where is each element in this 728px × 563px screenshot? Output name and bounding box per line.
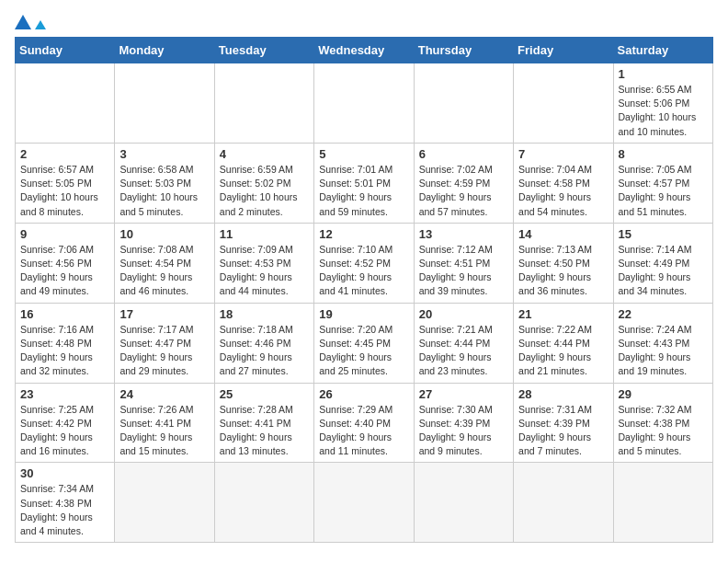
calendar-cell: 23Sunrise: 7:25 AM Sunset: 4:42 PM Dayli… xyxy=(16,383,115,463)
calendar-week-4: 16Sunrise: 7:16 AM Sunset: 4:48 PM Dayli… xyxy=(16,303,713,383)
calendar-cell: 13Sunrise: 7:12 AM Sunset: 4:51 PM Dayli… xyxy=(414,223,513,303)
logo-triangle-small xyxy=(35,20,46,29)
calendar-cell: 6Sunrise: 7:02 AM Sunset: 4:59 PM Daylig… xyxy=(414,143,513,223)
calendar-body: 1Sunrise: 6:55 AM Sunset: 5:06 PM Daylig… xyxy=(16,63,713,543)
day-info: Sunrise: 7:31 AM Sunset: 4:39 PM Dayligh… xyxy=(518,403,608,459)
day-number: 1 xyxy=(619,67,708,81)
day-info: Sunrise: 7:22 AM Sunset: 4:44 PM Dayligh… xyxy=(518,323,608,379)
day-number: 18 xyxy=(220,307,309,321)
calendar-week-3: 9Sunrise: 7:06 AM Sunset: 4:56 PM Daylig… xyxy=(16,223,713,303)
day-info: Sunrise: 7:01 AM Sunset: 5:01 PM Dayligh… xyxy=(319,163,408,219)
day-number: 24 xyxy=(119,387,209,401)
day-number: 28 xyxy=(518,387,608,401)
calendar-cell: 17Sunrise: 7:17 AM Sunset: 4:47 PM Dayli… xyxy=(115,303,214,383)
weekday-header-sunday: Sunday xyxy=(16,38,115,63)
calendar-cell xyxy=(414,463,513,543)
calendar-cell: 14Sunrise: 7:13 AM Sunset: 4:50 PM Dayli… xyxy=(514,223,613,303)
day-info: Sunrise: 7:13 AM Sunset: 4:50 PM Dayligh… xyxy=(518,243,608,299)
day-number: 21 xyxy=(518,307,608,321)
day-info: Sunrise: 7:26 AM Sunset: 4:41 PM Dayligh… xyxy=(119,403,209,459)
calendar-cell: 2Sunrise: 6:57 AM Sunset: 5:05 PM Daylig… xyxy=(16,143,115,223)
calendar-cell: 27Sunrise: 7:30 AM Sunset: 4:39 PM Dayli… xyxy=(414,383,513,463)
day-info: Sunrise: 6:59 AM Sunset: 5:02 PM Dayligh… xyxy=(220,163,309,219)
calendar-cell xyxy=(214,463,313,543)
weekday-header-friday: Friday xyxy=(514,38,613,63)
weekday-header-tuesday: Tuesday xyxy=(214,38,313,63)
calendar-cell xyxy=(613,463,712,543)
day-info: Sunrise: 7:12 AM Sunset: 4:51 PM Dayligh… xyxy=(419,243,508,299)
day-number: 16 xyxy=(20,307,109,321)
day-info: Sunrise: 7:04 AM Sunset: 4:58 PM Dayligh… xyxy=(518,163,608,219)
page-header xyxy=(15,15,713,29)
weekday-header-wednesday: Wednesday xyxy=(314,38,414,63)
calendar-table: SundayMondayTuesdayWednesdayThursdayFrid… xyxy=(15,37,713,543)
day-info: Sunrise: 6:58 AM Sunset: 5:03 PM Dayligh… xyxy=(119,163,209,219)
logo-icon xyxy=(15,15,46,29)
calendar-cell xyxy=(414,63,513,144)
day-number: 2 xyxy=(20,147,109,161)
day-number: 25 xyxy=(220,387,309,401)
day-number: 5 xyxy=(319,147,408,161)
day-number: 10 xyxy=(119,227,209,241)
day-info: Sunrise: 7:21 AM Sunset: 4:44 PM Dayligh… xyxy=(419,323,508,379)
day-number: 17 xyxy=(119,307,209,321)
calendar-cell: 28Sunrise: 7:31 AM Sunset: 4:39 PM Dayli… xyxy=(514,383,613,463)
calendar-cell: 1Sunrise: 6:55 AM Sunset: 5:06 PM Daylig… xyxy=(613,63,712,144)
calendar-week-5: 23Sunrise: 7:25 AM Sunset: 4:42 PM Dayli… xyxy=(16,383,713,463)
calendar-cell: 3Sunrise: 6:58 AM Sunset: 5:03 PM Daylig… xyxy=(115,143,214,223)
day-info: Sunrise: 7:34 AM Sunset: 4:38 PM Dayligh… xyxy=(20,482,109,538)
calendar-cell: 10Sunrise: 7:08 AM Sunset: 4:54 PM Dayli… xyxy=(115,223,214,303)
calendar-cell: 19Sunrise: 7:20 AM Sunset: 4:45 PM Dayli… xyxy=(314,303,414,383)
calendar-header: SundayMondayTuesdayWednesdayThursdayFrid… xyxy=(16,38,713,63)
day-number: 3 xyxy=(119,147,209,161)
calendar-cell: 20Sunrise: 7:21 AM Sunset: 4:44 PM Dayli… xyxy=(414,303,513,383)
calendar-cell: 18Sunrise: 7:18 AM Sunset: 4:46 PM Dayli… xyxy=(214,303,313,383)
day-info: Sunrise: 7:05 AM Sunset: 4:57 PM Dayligh… xyxy=(619,163,708,219)
day-info: Sunrise: 7:29 AM Sunset: 4:40 PM Dayligh… xyxy=(319,403,408,459)
calendar-cell: 15Sunrise: 7:14 AM Sunset: 4:49 PM Dayli… xyxy=(613,223,712,303)
day-info: Sunrise: 7:32 AM Sunset: 4:38 PM Dayligh… xyxy=(619,403,708,459)
day-number: 9 xyxy=(20,227,109,241)
day-info: Sunrise: 7:14 AM Sunset: 4:49 PM Dayligh… xyxy=(619,243,708,299)
day-info: Sunrise: 7:02 AM Sunset: 4:59 PM Dayligh… xyxy=(419,163,508,219)
day-number: 14 xyxy=(518,227,608,241)
logo-area xyxy=(15,15,46,29)
day-number: 15 xyxy=(619,227,708,241)
calendar-cell: 25Sunrise: 7:28 AM Sunset: 4:41 PM Dayli… xyxy=(214,383,313,463)
day-number: 12 xyxy=(319,227,408,241)
calendar-cell: 26Sunrise: 7:29 AM Sunset: 4:40 PM Dayli… xyxy=(314,383,414,463)
day-info: Sunrise: 7:08 AM Sunset: 4:54 PM Dayligh… xyxy=(119,243,209,299)
day-info: Sunrise: 7:20 AM Sunset: 4:45 PM Dayligh… xyxy=(319,323,408,379)
day-info: Sunrise: 7:09 AM Sunset: 4:53 PM Dayligh… xyxy=(220,243,309,299)
weekday-header-saturday: Saturday xyxy=(613,38,712,63)
day-info: Sunrise: 6:55 AM Sunset: 5:06 PM Dayligh… xyxy=(619,83,708,139)
calendar-cell: 4Sunrise: 6:59 AM Sunset: 5:02 PM Daylig… xyxy=(214,143,313,223)
day-number: 30 xyxy=(20,466,109,480)
day-number: 13 xyxy=(419,227,508,241)
weekday-header-thursday: Thursday xyxy=(414,38,513,63)
day-number: 4 xyxy=(220,147,309,161)
calendar-cell: 22Sunrise: 7:24 AM Sunset: 4:43 PM Dayli… xyxy=(613,303,712,383)
calendar-week-1: 1Sunrise: 6:55 AM Sunset: 5:06 PM Daylig… xyxy=(16,63,713,144)
calendar-cell xyxy=(514,63,613,144)
day-info: Sunrise: 7:16 AM Sunset: 4:48 PM Dayligh… xyxy=(20,323,109,379)
day-info: Sunrise: 7:25 AM Sunset: 4:42 PM Dayligh… xyxy=(20,403,109,459)
day-info: Sunrise: 7:24 AM Sunset: 4:43 PM Dayligh… xyxy=(619,323,708,379)
day-info: Sunrise: 7:06 AM Sunset: 4:56 PM Dayligh… xyxy=(20,243,109,299)
calendar-cell: 9Sunrise: 7:06 AM Sunset: 4:56 PM Daylig… xyxy=(16,223,115,303)
day-number: 7 xyxy=(518,147,608,161)
calendar-week-2: 2Sunrise: 6:57 AM Sunset: 5:05 PM Daylig… xyxy=(16,143,713,223)
calendar-cell: 8Sunrise: 7:05 AM Sunset: 4:57 PM Daylig… xyxy=(613,143,712,223)
calendar-cell: 21Sunrise: 7:22 AM Sunset: 4:44 PM Dayli… xyxy=(514,303,613,383)
calendar-cell xyxy=(16,63,115,144)
logo-triangle xyxy=(15,15,31,29)
calendar-cell xyxy=(115,463,214,543)
calendar-cell: 7Sunrise: 7:04 AM Sunset: 4:58 PM Daylig… xyxy=(514,143,613,223)
day-number: 26 xyxy=(319,387,408,401)
day-info: Sunrise: 7:17 AM Sunset: 4:47 PM Dayligh… xyxy=(119,323,209,379)
calendar-cell: 11Sunrise: 7:09 AM Sunset: 4:53 PM Dayli… xyxy=(214,223,313,303)
calendar-week-6: 30Sunrise: 7:34 AM Sunset: 4:38 PM Dayli… xyxy=(16,463,713,543)
day-number: 20 xyxy=(419,307,508,321)
calendar-cell: 12Sunrise: 7:10 AM Sunset: 4:52 PM Dayli… xyxy=(314,223,414,303)
day-number: 29 xyxy=(619,387,708,401)
